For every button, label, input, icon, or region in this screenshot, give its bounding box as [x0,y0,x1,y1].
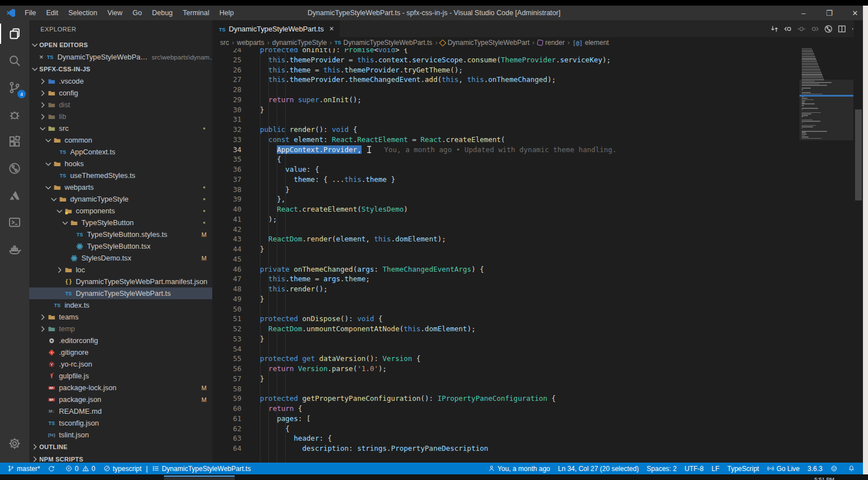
menu-debug[interactable]: Debug [147,6,178,20]
powershell-icon[interactable] [0,209,29,236]
close-icon[interactable]: × [37,53,45,61]
tree-item--vscode[interactable]: .vscode [29,75,212,87]
status-0[interactable]: 00 [61,463,99,474]
scrollbar-thumb[interactable] [855,109,862,200]
gulp-file-icon [47,372,56,381]
tree-item-lib[interactable]: lib [29,111,212,122]
minimize-button[interactable]: – [791,6,816,20]
open-editor-item[interactable]: ×TSDynamicTypeStyleWebPart.tssrc\webpart… [29,51,212,63]
tree-item-typestylebutton[interactable]: TypeStyleButton● [29,217,212,228]
menu-go[interactable]: Go [127,6,147,20]
breadcrumb-dynamictypestyle[interactable]: dynamicTypeStyle [272,39,327,47]
tree-item-dynamictypestyle[interactable]: dynamicTypeStyle● [29,193,212,205]
folder-icon [47,89,56,98]
scrollbar[interactable] [854,20,863,463]
tree-item-package-json[interactable]: package.jsonM [29,394,212,405]
tree-item-components[interactable]: components● [29,205,212,217]
section-outline[interactable]: OUTLINE [29,441,212,453]
breadcrumb-dynamictypestylewebpart[interactable]: DynamicTypeStyleWebPart [440,39,529,47]
compare-changes-icon[interactable] [770,24,779,34]
status-bell[interactable] [844,463,861,474]
docker-icon[interactable] [0,236,29,263]
breadcrumb-element[interactable]: [@]element [573,39,609,47]
status-lf[interactable]: LF [707,463,723,474]
tree-item-hooks[interactable]: hooks [29,158,212,170]
tree-item-teams[interactable]: teams [29,311,212,323]
tree-item-dynamictypestylewebpart-ts[interactable]: TSDynamicTypeStyleWebPart.ts [29,287,212,299]
status-ln-34-col-27-20-selected-[interactable]: Ln 34, Col 27 (20 selected) [554,463,643,474]
status-smiley[interactable] [826,463,844,474]
project-section-header[interactable]: SPFX-CSS-IN-JS [29,63,212,75]
tree-item-tsconfig-json[interactable]: TStsconfig.json [29,417,212,429]
breadcrumb-webparts[interactable]: webparts [237,39,264,47]
next-change-icon[interactable] [810,24,820,34]
tab-dynamictypestylewebpart[interactable]: TS DynamicTypeStyleWebPart.ts × [212,20,340,37]
search-icon[interactable] [0,47,29,74]
tree-item-webparts[interactable]: webparts● [29,181,212,193]
menu-file[interactable]: File [20,6,41,20]
tree-item-typestylebutton-styles-ts[interactable]: TSTypeStyleButton.styles.tsM [29,228,212,240]
source-control-icon[interactable]: 4 [0,74,29,101]
status-typescript[interactable]: TypeScript [723,463,763,474]
section-npm-scripts[interactable]: NPM SCRIPTS [29,453,212,463]
extensions-icon[interactable] [0,128,29,155]
tree-item-dist[interactable]: dist [29,99,212,111]
menu-selection[interactable]: Selection [63,6,102,20]
open-editors-header[interactable]: OPEN EDITORS [29,39,212,51]
tree-item-usethemedstyles-ts[interactable]: TSuseThemedStyles.ts [29,170,212,181]
tree-item-loc[interactable]: loc [29,264,212,276]
tree-item-index-ts[interactable]: TSindex.ts [29,299,212,311]
taskbar-app-gulp-serve-admin-[interactable]: gulp serve (Admin) [32,476,95,480]
minimap[interactable] [800,48,853,441]
tree-item-appcontext-ts[interactable]: TSAppContext.ts [29,146,212,158]
run-debug-icon[interactable] [0,101,29,128]
menu-edit[interactable]: Edit [41,6,63,20]
tree-item-src[interactable]: src● [29,122,212,134]
windows-start-button[interactable] [0,476,15,480]
tree-item-package-lock-json[interactable]: package-lock.jsonM [29,382,212,394]
split-editor-icon[interactable] [837,24,847,34]
tree-item-common[interactable]: common [29,134,212,146]
tree-item-gulpfile-js[interactable]: gulpfile.js [29,370,212,382]
tree-item--gitignore[interactable]: .gitignore [29,346,212,358]
tslint-file-icon: {ts} [47,431,56,440]
status-sync[interactable] [44,463,61,474]
tree-item-config[interactable]: config [29,87,212,99]
menu-terminal[interactable]: Terminal [178,6,214,20]
status-you-a-month-ago[interactable]: You, a month ago [484,463,554,474]
gitlens-icon[interactable] [0,155,29,182]
explorer-icon[interactable] [0,20,29,47]
status-go-live[interactable]: Go Live [763,463,803,474]
azure-icon[interactable] [0,182,29,209]
tree-item-typestylebutton-tsx[interactable]: TypeStyleButton.tsx [29,240,212,252]
tree-item-tslint-json[interactable]: {ts}tslint.json [29,429,212,441]
tree-item--yo-rc-json[interactable]: .yo-rc.json [29,358,212,370]
current-change-icon[interactable] [797,24,806,34]
status-utf-8[interactable]: UTF-8 [680,463,707,474]
status-3-6-3[interactable]: 3.6.3 [803,463,826,474]
status-spaces-2[interactable]: Spaces: 2 [643,463,680,474]
taskbar-app-sharepoint-web-part[interactable]: SharePoint Web Part [95,476,164,480]
taskbar-clock[interactable]: 5:51 PM [815,476,834,480]
restore-button[interactable]: ❐ [816,6,842,20]
breadcrumb-render[interactable]: render [537,39,565,47]
tree-item-stylesdemo-tsx[interactable]: StylesDemo.tsxM [29,252,212,264]
code-editor[interactable]: 24 protected onInit(): Promise<void> {25… [212,45,802,454]
taskbar-app-dynamictypestylewe[interactable]: DynamicTypeStyleWe [164,476,235,480]
open-changes-icon[interactable] [824,24,833,34]
previous-change-icon[interactable] [783,24,793,34]
settings-gear-icon[interactable] [0,430,29,457]
menu-view[interactable]: View [102,6,127,20]
status-master-[interactable]: master* [3,463,44,474]
tree-item-dynamictypestylewebpart-manifest-json[interactable]: { }DynamicTypeStyleWebPart.manifest.json [29,276,212,287]
task-view-button[interactable] [15,476,32,480]
tree-item--editorconfig[interactable]: .editorconfig [29,335,212,346]
status-typescript[interactable]: typescript [99,463,145,474]
menu-help[interactable]: Help [214,6,239,20]
breadcrumb-src[interactable]: src [220,39,229,47]
status-dynamictypestylewebpart-ts[interactable]: DynamicTypeStyleWebPart.ts [148,463,255,474]
tab-close-icon[interactable]: × [330,24,334,33]
breadcrumb-dynamictypestylewebpart-ts[interactable]: TSDynamicTypeStyleWebPart.ts [335,39,432,47]
tree-item-readme-md[interactable]: M↓README.md [29,405,212,417]
tree-item-temp[interactable]: temp [29,323,212,335]
